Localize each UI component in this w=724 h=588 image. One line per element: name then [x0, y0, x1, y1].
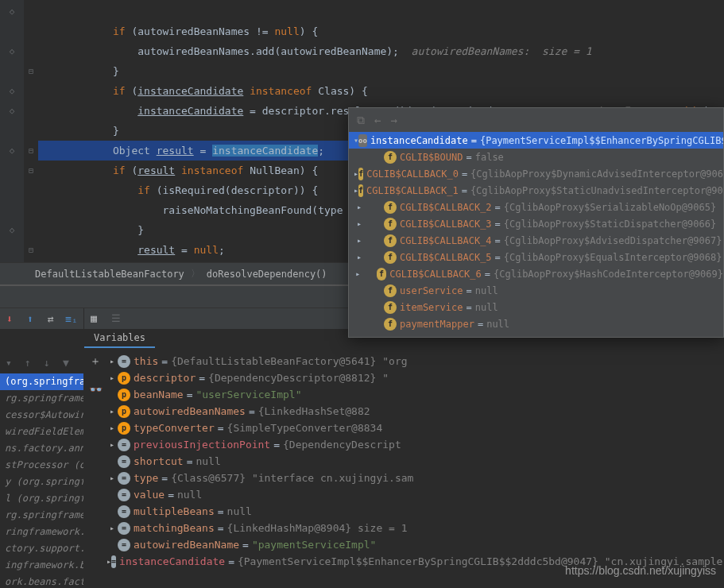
stack-frame[interactable]: ringframework.be: [0, 524, 83, 540]
popup-root-node[interactable]: ▾ooinstanceCandidate={PaymentServiceImpl…: [349, 132, 723, 149]
debug-popup[interactable]: ⧉ ← → ▾ooinstanceCandidate={PaymentServi…: [348, 107, 724, 338]
dropdown-icon[interactable]: ▾: [2, 357, 16, 369]
popup-field-node[interactable]: fitemService=null: [349, 299, 723, 315]
breadcrumb-method[interactable]: doResolveDependency(): [207, 269, 327, 280]
stack-frame[interactable]: cessor$Autowired: [0, 407, 83, 424]
popup-field-node[interactable]: fpaymentMapper=null: [349, 315, 723, 332]
copy-icon[interactable]: ⧉: [357, 114, 365, 127]
popup-field-node[interactable]: fuserService=null: [349, 282, 723, 299]
variable-node[interactable]: ▸=type={Class@6577} "interface cn.xujing…: [106, 470, 724, 486]
stack-frame[interactable]: rg.springframewo: [0, 507, 83, 524]
gutter: ◇◇ ◇◇ ◇ ◇: [0, 0, 24, 262]
stack-frame[interactable]: stProcessor (org.: [0, 457, 83, 474]
stack-frame[interactable]: ingframework.bea: [0, 557, 83, 574]
watermark: https://blog.csdn.net/xujingyiss: [565, 564, 716, 577]
export-icon[interactable]: ⬆: [24, 312, 37, 325]
back-icon[interactable]: ←: [374, 114, 381, 126]
popup-toolbar: ⧉ ← →: [349, 108, 723, 132]
stack-frame[interactable]: ork.beans.factory.: [0, 574, 83, 588]
popup-field-node[interactable]: ▸fCGLIB$CALLBACK_4={CglibAopProxy$Advise…: [349, 232, 723, 249]
plus-icon[interactable]: ＋: [90, 354, 101, 369]
swap-icon[interactable]: ⇄: [45, 312, 57, 325]
variable-node[interactable]: =shortcut=null: [106, 453, 724, 470]
variable-node[interactable]: ▸pautowiredBeanNames={LinkedHashSet@882: [106, 403, 724, 420]
fold-column[interactable]: ⊟ ⊟⊟ ⊟: [24, 0, 38, 262]
stack-frame[interactable]: ns.factory.annotati: [0, 440, 83, 457]
frames-toolbar: ▾ ↑ ↓ ▼: [0, 353, 83, 372]
funnel-icon[interactable]: ▼: [59, 357, 73, 369]
variables-tree[interactable]: ▸=this={DefaultListableBeanFactory@5641}…: [106, 348, 724, 570]
variable-node[interactable]: ▸=previousInjectionPoint={DependencyDesc…: [106, 436, 724, 453]
variable-node[interactable]: ▸ptypeConverter={SimpleTypeConverter@883…: [106, 420, 724, 436]
variables-panel: ＋ 👓 ▸=this={DefaultListableBeanFactory@5…: [84, 348, 724, 588]
stack-frame[interactable]: (org.springframe: [0, 373, 83, 390]
glasses-icon[interactable]: 👓: [89, 383, 103, 396]
frames-list[interactable]: (org.springframerg.springframewocessor$A…: [0, 373, 83, 588]
variable-node[interactable]: ▸=matchingBeans={LinkedHashMap@8904} siz…: [106, 520, 724, 536]
popup-field-node[interactable]: ▸fCGLIB$CALLBACK_5={CglibAopProxy$Equals…: [349, 249, 723, 265]
tab-variables[interactable]: Variables: [84, 329, 155, 348]
debug-nav-toolbar: ⬇ ⬆ ⇄ ≡ᵢ: [0, 308, 83, 329]
variable-node[interactable]: =autowiredBeanName="paymentServiceImpl": [106, 536, 724, 553]
arrow-down-icon[interactable]: ↓: [40, 357, 54, 369]
table-icon[interactable]: ▦: [91, 312, 103, 325]
variable-node[interactable]: ▸=this={DefaultListableBeanFactory@5641}…: [106, 353, 724, 369]
forward-icon[interactable]: →: [390, 114, 397, 126]
stack-frame[interactable]: wiredFieldElemen: [0, 424, 83, 440]
popup-field-node[interactable]: fCGLIB$BOUND=false: [349, 149, 723, 165]
chevron-right-icon: 〉: [191, 267, 200, 280]
popup-field-node[interactable]: ▸fCGLIB$CALLBACK_6={CglibAopProxy$HashCo…: [349, 265, 723, 282]
variable-node[interactable]: pbeanName="userServiceImpl": [106, 386, 724, 403]
layout-icon[interactable]: ☰: [111, 312, 124, 325]
breadcrumb-class[interactable]: DefaultListableBeanFactory: [35, 269, 184, 280]
stack-frame[interactable]: rg.springframewo: [0, 390, 83, 407]
variable-node[interactable]: =value=null: [106, 486, 724, 503]
variable-node[interactable]: ▸pdescriptor={DependencyDescriptor@8812}…: [106, 369, 724, 386]
stack-frame[interactable]: l (org.springfram: [0, 490, 83, 507]
variable-node[interactable]: =multipleBeans=null: [106, 503, 724, 520]
popup-field-node[interactable]: ▸fCGLIB$CALLBACK_2={CglibAopProxy$Serial…: [349, 199, 723, 215]
popup-field-node[interactable]: ▸fCGLIB$CALLBACK_0={CglibAopProxy$Dynami…: [349, 165, 723, 182]
popup-field-node[interactable]: ▸fCGLIB$CALLBACK_1={CglibAopProxy$Static…: [349, 182, 723, 199]
stack-frame[interactable]: ctory.support.Abs: [0, 540, 83, 557]
popup-field-node[interactable]: ▸fCGLIB$CALLBACK_3={CglibAopProxy$Static…: [349, 215, 723, 232]
arrow-up-icon[interactable]: ↑: [21, 357, 35, 369]
stack-frame[interactable]: y (org.springfram: [0, 474, 83, 490]
filter-icon[interactable]: ≡ᵢ: [65, 312, 78, 325]
download-icon[interactable]: ⬇: [3, 312, 16, 325]
